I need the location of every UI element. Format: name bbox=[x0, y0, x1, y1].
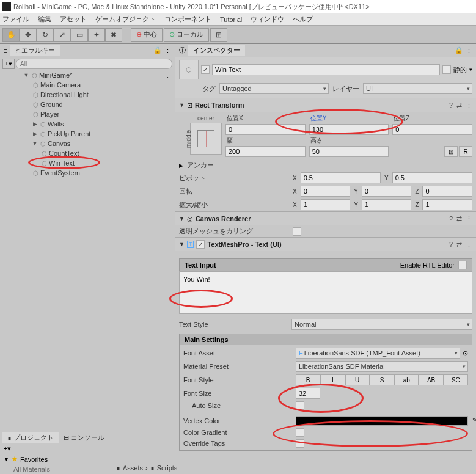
eyedropper-icon[interactable]: ✎ bbox=[472, 417, 476, 423]
scale-tool[interactable]: ⤢ bbox=[54, 28, 71, 42]
text-style-dropdown[interactable]: Normal bbox=[291, 319, 472, 330]
hierarchy-lock-icon[interactable]: 🔒 bbox=[153, 46, 162, 54]
tmp-enabled-checkbox[interactable]: ✓ bbox=[196, 240, 205, 249]
height-input[interactable] bbox=[309, 146, 389, 157]
auto-size-checkbox[interactable] bbox=[296, 401, 304, 410]
menu-gameobject[interactable]: ゲームオブジェクト bbox=[95, 15, 156, 24]
hierarchy-tab[interactable]: ヒエラルキー bbox=[10, 45, 60, 56]
blueprint-button[interactable]: ⊡ bbox=[444, 146, 458, 157]
hierarchy-item[interactable]: ⬡CountText bbox=[0, 148, 175, 158]
fold-icon[interactable]: ▼ bbox=[179, 241, 185, 247]
menu-icon[interactable]: ⋮ bbox=[466, 101, 472, 109]
rotate-tool[interactable]: ↻ bbox=[37, 28, 54, 42]
pivot-y-input[interactable] bbox=[392, 172, 472, 183]
menu-icon[interactable]: ⋮ bbox=[466, 215, 472, 223]
color-gradient-checkbox[interactable] bbox=[296, 428, 304, 437]
rot-y-input[interactable] bbox=[362, 186, 412, 197]
menu-window[interactable]: ウィンドウ bbox=[251, 15, 284, 24]
rot-z-input[interactable] bbox=[422, 186, 472, 197]
help-icon[interactable]: ? bbox=[449, 215, 453, 223]
text-input-label: Text Input bbox=[185, 261, 216, 269]
override-tags-checkbox[interactable] bbox=[296, 439, 304, 448]
help-icon[interactable]: ? bbox=[449, 101, 453, 109]
font-asset-field[interactable]: FLiberationSans SDF (TMP_Font Asset) bbox=[296, 348, 460, 359]
fold-icon[interactable]: ▼ bbox=[179, 102, 185, 108]
favorites-folder[interactable]: ▼★Favorites bbox=[0, 454, 175, 464]
add-button[interactable]: +▾ bbox=[4, 445, 11, 453]
hand-tool[interactable]: ✋ bbox=[2, 28, 20, 42]
scale-z-input[interactable] bbox=[422, 199, 472, 210]
project-breadcrumb[interactable]: ∎Assets›∎Scripts bbox=[116, 464, 177, 472]
project-tab[interactable]: ∎プロジェクト bbox=[2, 432, 59, 443]
font-style-italic[interactable]: I bbox=[320, 374, 345, 385]
tag-dropdown[interactable]: Untagged bbox=[219, 83, 329, 94]
font-size-input[interactable] bbox=[296, 388, 320, 399]
hierarchy-item-wintext[interactable]: ⬡Win Text bbox=[0, 158, 175, 168]
font-style-lowercase[interactable]: ab bbox=[394, 374, 419, 385]
fold-icon[interactable]: ▼ bbox=[179, 216, 185, 222]
gameobject-icon[interactable]: ⬡ bbox=[179, 60, 199, 79]
menu-component[interactable]: コンポーネント bbox=[164, 15, 211, 24]
layer-dropdown[interactable]: UI bbox=[363, 83, 472, 94]
menu-assets[interactable]: アセット bbox=[60, 15, 87, 24]
vertex-color-field[interactable]: ✎ bbox=[296, 416, 468, 426]
preset-icon[interactable]: ⇄ bbox=[456, 241, 462, 249]
menu-help[interactable]: ヘルプ bbox=[293, 15, 313, 24]
preset-icon[interactable]: ⇄ bbox=[456, 215, 462, 223]
hierarchy-scene[interactable]: ▼⬡MiniGame*⋮ bbox=[0, 70, 175, 80]
menu-icon[interactable]: ⋮ bbox=[466, 241, 472, 249]
transform-tool[interactable]: ✦ bbox=[88, 28, 105, 42]
hierarchy-item[interactable]: ⬡Player bbox=[0, 109, 175, 119]
anchor-preset-button[interactable]: center middle bbox=[190, 123, 222, 155]
font-style-strike[interactable]: S bbox=[370, 374, 394, 385]
font-style-smallcaps[interactable]: SC bbox=[444, 374, 468, 385]
console-tab[interactable]: ⊟コンソール bbox=[59, 432, 109, 443]
anchor-fold-icon[interactable]: ▶ bbox=[179, 162, 183, 169]
menu-tutorial[interactable]: Tutorial bbox=[220, 16, 242, 23]
hierarchy-item[interactable]: ▶⬡Walls bbox=[0, 119, 175, 129]
preset-icon[interactable]: ⇄ bbox=[456, 101, 462, 109]
width-input[interactable] bbox=[225, 146, 306, 157]
text-textarea[interactable] bbox=[179, 271, 472, 314]
font-style-bold[interactable]: B bbox=[296, 374, 320, 385]
material-preset-dropdown[interactable]: LiberationSans SDF Material bbox=[296, 361, 468, 372]
scale-x-input[interactable] bbox=[301, 199, 351, 210]
object-picker-icon[interactable]: ⊙ bbox=[463, 349, 468, 357]
rect-tool[interactable]: ▭ bbox=[71, 28, 88, 42]
object-name-input[interactable] bbox=[212, 64, 440, 75]
custom-tool[interactable]: ✖ bbox=[105, 28, 122, 42]
rtl-checkbox[interactable] bbox=[458, 261, 467, 269]
hierarchy-item[interactable]: ⬡Main Camera bbox=[0, 80, 175, 90]
font-style-uppercase[interactable]: AB bbox=[419, 374, 443, 385]
rot-x-input[interactable] bbox=[301, 186, 351, 197]
inspector-tab[interactable]: インスペクター bbox=[188, 45, 245, 56]
menu-file[interactable]: ファイル bbox=[2, 15, 29, 24]
hierarchy-item[interactable]: ▶⬡PickUp Parent bbox=[0, 129, 175, 139]
hierarchy-menu-icon[interactable]: ⋮ bbox=[164, 46, 171, 54]
posy-input[interactable] bbox=[309, 124, 389, 135]
cull-transparent-checkbox[interactable] bbox=[293, 227, 301, 236]
scale-y-input[interactable] bbox=[362, 199, 412, 210]
inspector-menu-icon[interactable]: ⋮ bbox=[466, 46, 472, 54]
raw-button[interactable]: R bbox=[459, 146, 472, 157]
menu-edit[interactable]: 編集 bbox=[38, 15, 51, 24]
inspector-lock-icon[interactable]: 🔒 bbox=[455, 46, 463, 54]
posx-input[interactable] bbox=[225, 124, 306, 135]
static-checkbox[interactable] bbox=[442, 65, 451, 74]
move-tool[interactable]: ✥ bbox=[20, 28, 37, 42]
pivot-local-button[interactable]: ⊙ローカル bbox=[164, 28, 209, 42]
pivot-x-input[interactable] bbox=[301, 172, 381, 183]
static-dropdown-icon[interactable]: ▾ bbox=[469, 67, 472, 73]
pivot-center-button[interactable]: ⊕中心 bbox=[131, 28, 163, 42]
hierarchy-add-button[interactable]: +▾ bbox=[2, 59, 15, 69]
help-icon[interactable]: ? bbox=[449, 241, 453, 249]
active-checkbox[interactable]: ✓ bbox=[201, 65, 210, 74]
font-style-underline[interactable]: U bbox=[345, 374, 370, 385]
hierarchy-item[interactable]: ▼⬡Canvas bbox=[0, 139, 175, 148]
hierarchy-item[interactable]: ⬡Directional Light bbox=[0, 90, 175, 100]
posz-input[interactable] bbox=[392, 124, 472, 135]
hierarchy-item[interactable]: ⬡Ground bbox=[0, 100, 175, 109]
hierarchy-item[interactable]: ⬡EventSystem bbox=[0, 168, 175, 178]
hierarchy-search-input[interactable] bbox=[16, 59, 172, 69]
snap-button[interactable]: ⊞ bbox=[210, 28, 227, 42]
